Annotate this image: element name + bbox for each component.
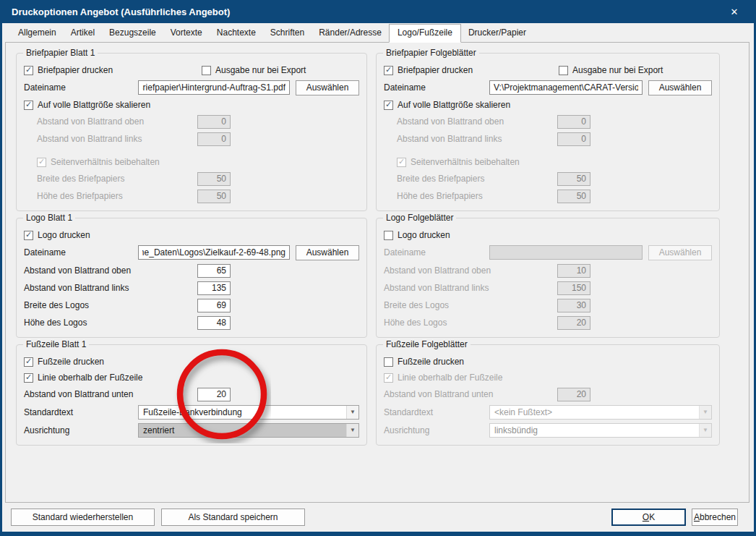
group-title: Logo Blatt 1 — [23, 213, 75, 223]
group-briefpapier-blatt1: Briefpapier Blatt 1 ✓ Briefpapier drucke… — [16, 53, 367, 211]
bp1-breite-label: Breite des Briefpapiers — [24, 174, 197, 184]
fzf-fusszeile-drucken-checkbox[interactable]: ✓ Fußzeile drucken — [384, 357, 464, 367]
logo1-breite-input[interactable] — [197, 299, 231, 312]
logo1-logo-drucken-checkbox[interactable]: ✓ Logo drucken — [24, 230, 90, 240]
tab-nachtexte[interactable]: Nachtexte — [210, 25, 263, 42]
als-standard-speichern-button[interactable]: Als Standard speichern — [161, 509, 305, 526]
fz1-standardtext-dropdown[interactable]: Fußzeile-Bankverbindung ▼ — [138, 405, 359, 420]
checkbox-label: Linie oberhalb der Fußzeile — [398, 373, 502, 383]
logo1-abstand-links-input[interactable] — [197, 281, 231, 295]
bp1-abstand-oben-label: Abstand von Blattrand oben — [24, 116, 197, 127]
bp1-dateiname-label: Dateiname — [24, 82, 138, 93]
tab-bezugszeile[interactable]: Bezugszeile — [102, 25, 163, 42]
dropdown-value: linksbündig — [490, 424, 699, 437]
standard-wiederherstellen-button[interactable]: Standard wiederherstellen — [11, 509, 155, 526]
bpf-dateiname-input[interactable] — [489, 80, 643, 95]
bp1-dateiname-input[interactable] — [138, 80, 290, 95]
checkbox-label: Linie oberhalb der Fußzeile — [38, 373, 142, 383]
bpf-abstand-oben-input — [557, 115, 590, 129]
bp1-skalieren-checkbox[interactable]: ✓ Auf volle Blattgröße skalieren — [24, 100, 150, 110]
bpf-abstand-links-input — [557, 132, 590, 146]
titlebar: Druckoptionen Angebot (Ausführliches Ang… — [2, 0, 754, 23]
chevron-down-icon: ▼ — [699, 406, 711, 419]
tab-schriften[interactable]: Schriften — [263, 25, 312, 42]
bp1-abstand-links-label: Abstand von Blattrand links — [24, 134, 197, 144]
group-logo-blatt1: Logo Blatt 1 ✓ Logo drucken Dateiname Au… — [16, 218, 367, 338]
checkbox-label: Logo drucken — [398, 230, 450, 240]
check-icon: ✓ — [25, 66, 32, 74]
bpf-auswaehlen-button[interactable]: Auswählen — [648, 80, 712, 95]
check-icon: ✓ — [25, 231, 32, 239]
logof-abstand-links-input — [557, 281, 590, 295]
dropdown-value: Fußzeile-Bankverbindung — [139, 406, 346, 419]
fz1-fusszeile-drucken-checkbox[interactable]: ✓ Fußzeile drucken — [24, 357, 104, 367]
checkbox-label: Ausgabe nur bei Export — [572, 65, 663, 75]
checkbox-label: Briefpapier drucken — [398, 65, 473, 75]
checkbox-box: ✓ — [24, 231, 33, 240]
check-icon: ✓ — [25, 357, 32, 365]
logo1-breite-label: Breite des Logos — [24, 300, 197, 310]
logof-breite-label: Breite des Logos — [384, 300, 557, 310]
checkbox-label: Fußzeile drucken — [398, 357, 464, 367]
group-briefpapier-folgeblaetter: Briefpapier Folgeblätter ✓ Briefpapier d… — [376, 53, 720, 211]
checkbox-label: Ausgabe nur bei Export — [215, 65, 306, 75]
logof-hoehe-input — [557, 316, 590, 330]
checkbox-box: ✓ — [37, 158, 46, 167]
bpf-abstand-oben-label: Abstand von Blattrand oben — [384, 116, 557, 127]
group-fusszeile-blatt1: Fußzeile Blatt 1 ✓ Fußzeile drucken ✓ Li… — [16, 344, 367, 446]
bpf-briefpapier-drucken-checkbox[interactable]: ✓ Briefpapier drucken — [384, 65, 559, 75]
logo1-auswaehlen-button[interactable]: Auswählen — [296, 245, 359, 260]
fz1-linie-checkbox[interactable]: ✓ Linie oberhalb der Fußzeile — [24, 373, 142, 383]
fzf-standardtext-label: Standardtext — [384, 407, 489, 417]
logo1-dateiname-input[interactable] — [138, 245, 290, 260]
check-icon: ✓ — [385, 66, 392, 74]
logo1-hoehe-input[interactable] — [197, 316, 231, 330]
group-title: Fußzeile Blatt 1 — [23, 339, 89, 349]
ok-button[interactable]: OK — [611, 509, 686, 526]
fzf-abstand-unten-input — [557, 388, 590, 401]
checkbox-box: ✓ — [384, 101, 393, 110]
bpf-seitenverhaeltnis-checkbox: ✓ Seitenverhältnis beibehalten — [384, 157, 520, 167]
tab-allgemein[interactable]: Allgemein — [11, 25, 64, 42]
abbrechen-button[interactable]: Abbrechen — [692, 509, 738, 526]
check-icon: ✓ — [25, 373, 32, 381]
checkbox-box: ✓ — [24, 373, 33, 383]
tab-artikel[interactable]: Artikel — [64, 25, 102, 42]
check-icon: ✓ — [398, 158, 405, 166]
checkbox-label: Auf volle Blattgröße skalieren — [38, 100, 150, 110]
bpf-breite-label: Breite des Briefpapiers — [384, 174, 557, 184]
tab-raender-adresse[interactable]: Ränder/Adresse — [312, 25, 389, 42]
logo1-abstand-links-label: Abstand von Blattrand links — [24, 283, 197, 293]
chevron-down-icon[interactable]: ▼ — [346, 424, 358, 437]
dialog-title: Druckoptionen Angebot (Ausführliches Ang… — [12, 7, 724, 17]
tab-vortexte[interactable]: Vortexte — [163, 25, 210, 42]
tab-logo-fusszeile[interactable]: Logo/Fußzeile — [389, 24, 461, 43]
ok-button-label: OK — [613, 512, 684, 522]
logof-abstand-links-label: Abstand von Blattrand links — [384, 283, 557, 293]
bpf-dateiname-label: Dateiname — [384, 82, 489, 93]
fz1-ausrichtung-dropdown[interactable]: zentriert ▼ — [138, 423, 359, 438]
bpf-abstand-links-label: Abstand von Blattrand links — [384, 134, 557, 144]
tab-drucker-papier[interactable]: Drucker/Papier — [461, 25, 533, 42]
check-icon: ✓ — [385, 101, 392, 109]
close-icon[interactable]: ✕ — [724, 7, 744, 17]
fz1-abstand-unten-input[interactable] — [197, 388, 231, 401]
bpf-skalieren-checkbox[interactable]: ✓ Auf volle Blattgröße skalieren — [384, 100, 510, 110]
chevron-down-icon: ▼ — [699, 424, 711, 437]
fzf-standardtext-dropdown: <kein Fußtext> ▼ — [489, 405, 712, 420]
logo1-abstand-oben-input[interactable] — [197, 264, 231, 278]
group-title: Briefpapier Folgeblätter — [383, 48, 479, 58]
bpf-hoehe-label: Höhe des Briefpapiers — [384, 191, 557, 201]
logof-logo-drucken-checkbox[interactable]: ✓ Logo drucken — [384, 230, 450, 240]
bp1-ausgabe-export-checkbox[interactable]: ✓ Ausgabe nur bei Export — [202, 65, 306, 75]
fzf-abstand-unten-label: Abstand von Blattrand unten — [384, 389, 557, 399]
bp1-briefpapier-drucken-checkbox[interactable]: ✓ Briefpapier drucken — [24, 65, 202, 75]
bp1-auswaehlen-button[interactable]: Auswählen — [296, 80, 359, 95]
checkbox-box: ✓ — [24, 66, 33, 75]
chevron-down-icon[interactable]: ▼ — [346, 406, 358, 419]
logof-auswaehlen-button: Auswählen — [648, 245, 712, 260]
fz1-ausrichtung-label: Ausrichtung — [24, 425, 138, 435]
checkbox-label: Seitenverhältnis beibehalten — [51, 157, 160, 167]
bpf-ausgabe-export-checkbox[interactable]: ✓ Ausgabe nur bei Export — [559, 65, 663, 75]
dropdown-value: zentriert — [139, 424, 346, 437]
